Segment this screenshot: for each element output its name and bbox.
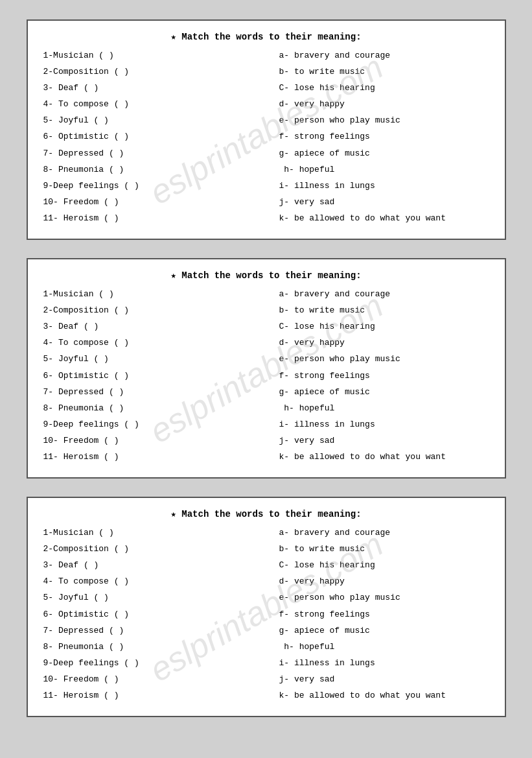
list-item: 2-Composition ( ) [43, 303, 266, 318]
list-item: k- be allowed to do what you want [279, 689, 489, 703]
list-item: 5- Joyful ( ) [43, 352, 266, 366]
list-item: d- very happy [279, 574, 489, 589]
worksheet-box-2: eslprintables.com ★ Match the words to t… [27, 258, 506, 479]
list-item: 7- Depressed ( ) [43, 624, 266, 638]
list-item: 10- Freedom ( ) [43, 672, 266, 687]
worksheet-box-3: eslprintables.com ★ Match the words to t… [27, 497, 506, 717]
list-item: k- be allowed to do what you want [279, 450, 489, 464]
list-item: 2-Composition ( ) [43, 542, 266, 556]
list-item: 9-Deep feelings ( ) [43, 656, 266, 670]
list-item: 8- Pneumonia ( ) [43, 401, 266, 416]
list-item: 4- To compose ( ) [43, 574, 266, 589]
list-item: i- illness in lungs [279, 418, 489, 432]
list-item: 4- To compose ( ) [43, 336, 266, 350]
worksheet-title-2: ★ Match the words to their meaning: [43, 270, 489, 281]
left-col-2: 1-Musician ( ) 2-Composition ( ) 3- Deaf… [43, 287, 266, 464]
list-item: 9-Deep feelings ( ) [43, 179, 266, 193]
right-col-2: a- bravery and courage b- to write music… [266, 287, 489, 464]
list-item: a- bravery and courage [279, 287, 489, 302]
list-item: g- apiece of music [279, 147, 489, 161]
list-item: j- very sad [279, 434, 489, 448]
list-item: 1-Musician ( ) [43, 49, 266, 63]
list-item: 8- Pneumonia ( ) [43, 640, 266, 654]
list-item: 10- Freedom ( ) [43, 434, 266, 448]
list-item: h- hopeful [279, 163, 489, 177]
list-item: C- lose his hearing [279, 558, 489, 573]
list-item: f- strong feelings [279, 608, 489, 622]
list-item: 5- Joyful ( ) [43, 591, 266, 605]
list-item: 11- Heroism ( ) [43, 450, 266, 464]
list-item: 1-Musician ( ) [43, 287, 266, 302]
list-item: C- lose his hearing [279, 81, 489, 95]
list-item: h- hopeful [279, 640, 489, 654]
list-item: b- to write music [279, 65, 489, 79]
list-item: e- person who play music [279, 113, 489, 128]
match-grid-1: 1-Musician ( ) 2-Composition ( ) 3- Deaf… [43, 49, 489, 226]
list-item: j- very sad [279, 672, 489, 687]
list-item: d- very happy [279, 97, 489, 112]
list-item: 2-Composition ( ) [43, 65, 266, 79]
list-item: 3- Deaf ( ) [43, 81, 266, 95]
list-item: j- very sad [279, 195, 489, 209]
list-item: C- lose his hearing [279, 320, 489, 334]
match-grid-2: 1-Musician ( ) 2-Composition ( ) 3- Deaf… [43, 287, 489, 464]
list-item: f- strong feelings [279, 130, 489, 144]
list-item: b- to write music [279, 303, 489, 318]
list-item: 3- Deaf ( ) [43, 320, 266, 334]
list-item: 11- Heroism ( ) [43, 211, 266, 226]
list-item: 6- Optimistic ( ) [43, 369, 266, 383]
list-item: 4- To compose ( ) [43, 97, 266, 112]
list-item: h- hopeful [279, 401, 489, 416]
list-item: 1-Musician ( ) [43, 526, 266, 540]
list-item: 10- Freedom ( ) [43, 195, 266, 209]
list-item: 8- Pneumonia ( ) [43, 163, 266, 177]
list-item: 5- Joyful ( ) [43, 113, 266, 128]
worksheet-box-1: eslprintables.com ★ Match the words to t… [27, 19, 506, 240]
left-col-3: 1-Musician ( ) 2-Composition ( ) 3- Deaf… [43, 526, 266, 703]
list-item: e- person who play music [279, 591, 489, 605]
list-item: i- illness in lungs [279, 179, 489, 193]
list-item: f- strong feelings [279, 369, 489, 383]
list-item: 3- Deaf ( ) [43, 558, 266, 573]
list-item: 6- Optimistic ( ) [43, 608, 266, 622]
list-item: a- bravery and courage [279, 49, 489, 63]
list-item: k- be allowed to do what you want [279, 211, 489, 226]
list-item: 9-Deep feelings ( ) [43, 418, 266, 432]
list-item: g- apiece of music [279, 385, 489, 399]
list-item: 7- Depressed ( ) [43, 147, 266, 161]
right-col-1: a- bravery and courage b- to write music… [266, 49, 489, 226]
list-item: b- to write music [279, 542, 489, 556]
list-item: 6- Optimistic ( ) [43, 130, 266, 144]
list-item: g- apiece of music [279, 624, 489, 638]
list-item: 7- Depressed ( ) [43, 385, 266, 399]
right-col-3: a- bravery and courage b- to write music… [266, 526, 489, 703]
list-item: a- bravery and courage [279, 526, 489, 540]
list-item: d- very happy [279, 336, 489, 350]
list-item: e- person who play music [279, 352, 489, 366]
worksheet-title-3: ★ Match the words to their meaning: [43, 508, 489, 519]
list-item: i- illness in lungs [279, 656, 489, 670]
worksheet-title-1: ★ Match the words to their meaning: [43, 31, 489, 42]
match-grid-3: 1-Musician ( ) 2-Composition ( ) 3- Deaf… [43, 526, 489, 703]
left-col-1: 1-Musician ( ) 2-Composition ( ) 3- Deaf… [43, 49, 266, 226]
list-item: 11- Heroism ( ) [43, 689, 266, 703]
